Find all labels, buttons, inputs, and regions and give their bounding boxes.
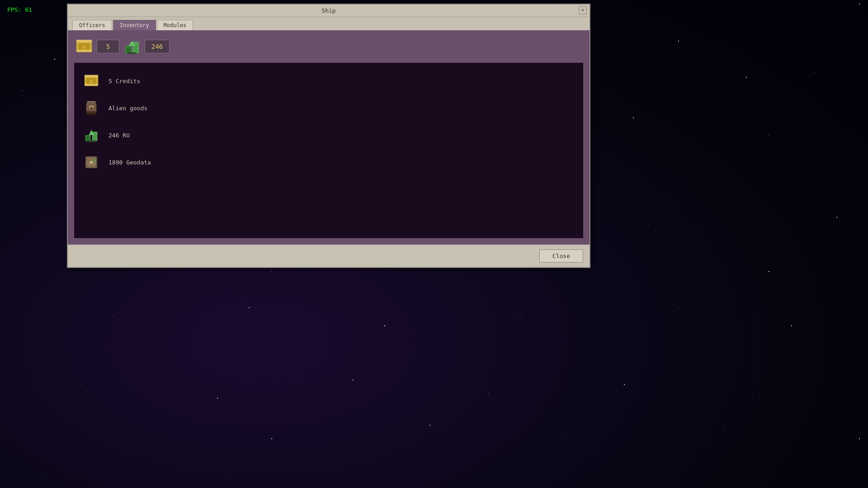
alien-goods-icon — [81, 98, 101, 118]
credits-label: 5 Credits — [108, 78, 140, 84]
svg-rect-19 — [85, 84, 98, 86]
svg-rect-31 — [86, 136, 90, 141]
ru-label: 246 RU — [108, 132, 130, 139]
quickbar-credits-icon[interactable] — [74, 37, 94, 56]
inventory-item-geodata[interactable]: 1890 Geodata — [79, 149, 579, 176]
credits-icon — [81, 71, 101, 91]
svg-rect-28 — [89, 105, 94, 107]
quickbar-credits-count: 5 — [97, 40, 119, 53]
svg-rect-34 — [86, 140, 97, 142]
quickbar-ru-count: 246 — [145, 40, 170, 53]
inventory-area: 5 Credits Ali — [74, 63, 583, 238]
ru-icon — [81, 125, 101, 145]
svg-rect-5 — [81, 47, 87, 48]
svg-rect-20 — [87, 101, 96, 103]
ship-dialog: Ship × Officers Inventory Modules — [67, 4, 590, 268]
bottom-bar: Close — [68, 244, 590, 267]
quickbar: 5 246 — [74, 37, 583, 56]
dialog-close-x-button[interactable]: × — [579, 6, 587, 14]
tab-bar: Officers Inventory Modules — [68, 17, 590, 30]
title-bar: Ship × — [68, 5, 590, 17]
quickbar-ru-icon[interactable] — [122, 37, 142, 56]
svg-rect-6 — [76, 50, 92, 52]
svg-rect-24 — [86, 112, 97, 113]
geodata-icon — [81, 152, 101, 172]
svg-rect-18 — [89, 82, 94, 83]
inventory-item-alien-goods[interactable]: Alien goods — [79, 94, 579, 122]
alien-goods-label: Alien goods — [108, 105, 147, 112]
tab-inventory[interactable]: Inventory — [113, 20, 156, 30]
inventory-item-credits[interactable]: 5 Credits — [79, 67, 579, 94]
svg-rect-16 — [85, 75, 98, 78]
svg-rect-25 — [87, 113, 96, 115]
svg-rect-3 — [76, 40, 92, 42]
inventory-item-ru[interactable]: 246 RU — [79, 122, 579, 149]
svg-rect-12 — [127, 52, 137, 54]
svg-point-43 — [90, 161, 93, 164]
svg-rect-9 — [126, 47, 130, 52]
dialog-title: Ship — [321, 7, 335, 14]
tab-officers[interactable]: Officers — [72, 20, 112, 30]
fps-counter: FPS: 61 — [7, 6, 32, 13]
main-panel: 5 246 — [68, 30, 590, 244]
tab-modules[interactable]: Modules — [157, 20, 193, 30]
geodata-label: 1890 Geodata — [108, 159, 151, 166]
close-button[interactable]: Close — [539, 249, 583, 263]
